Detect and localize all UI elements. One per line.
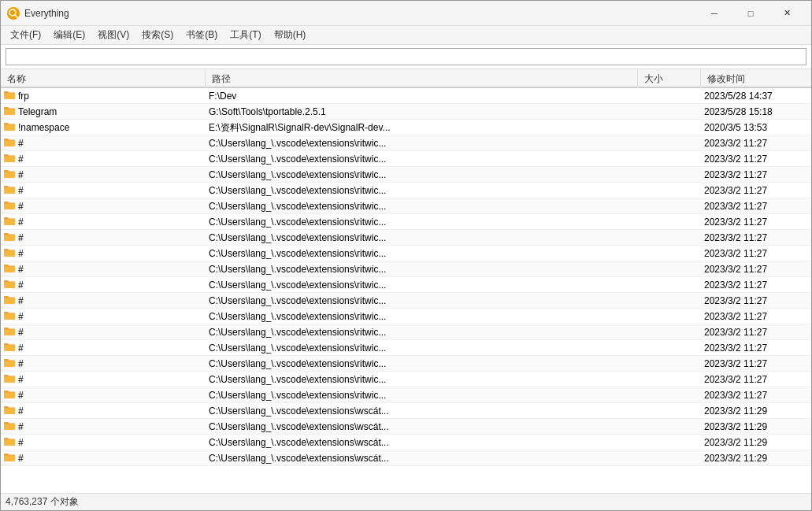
cell-size (638, 450, 701, 466)
table-row[interactable]: #C:\Users\lang_\.vscode\extensions\wscát… (1, 435, 811, 450)
cell-modified: 2023/3/2 11:27 (701, 214, 811, 230)
menu-item[interactable]: 编辑(E) (47, 27, 91, 44)
table-row[interactable]: #C:\Users\lang_\.vscode\extensions\ritwi… (1, 324, 811, 340)
table-row[interactable]: #C:\Users\lang_\.vscode\extensions\ritwi… (1, 246, 811, 261)
table-header: 名称 路径 大小 修改时间 (1, 69, 811, 88)
cell-name: # (1, 246, 206, 261)
cell-path: C:\Users\lang_\.vscode\extensions\ritwic… (206, 372, 638, 387)
table-row[interactable]: #C:\Users\lang_\.vscode\extensions\ritwi… (1, 151, 811, 167)
table-row[interactable]: #C:\Users\lang_\.vscode\extensions\ritwi… (1, 183, 811, 198)
menu-item[interactable]: 工具(T) (224, 27, 267, 44)
cell-modified: 2023/3/2 11:27 (701, 356, 811, 372)
file-name: # (18, 154, 24, 165)
table-row[interactable]: #C:\Users\lang_\.vscode\extensions\ritwi… (1, 293, 811, 309)
cell-size (638, 88, 701, 104)
cell-path: C:\Users\lang_\.vscode\extensions\ritwic… (206, 261, 638, 277)
table-row[interactable]: #C:\Users\lang_\.vscode\extensions\wscát… (1, 419, 811, 435)
col-header-size[interactable]: 大小 (638, 69, 701, 88)
cell-size (638, 277, 701, 293)
table-row[interactable]: #C:\Users\lang_\.vscode\extensions\ritwi… (1, 261, 811, 277)
cell-path: C:\Users\lang_\.vscode\extensions\ritwic… (206, 324, 638, 340)
file-name: Telegram (18, 106, 57, 117)
cell-size (638, 356, 701, 372)
cell-name: Telegram (1, 104, 206, 120)
folder-icon (4, 390, 15, 402)
file-name: # (18, 217, 24, 228)
cell-path: C:\Users\lang_\.vscode\extensions\ritwic… (206, 230, 638, 246)
file-name: # (18, 169, 24, 180)
minimize-button[interactable]: ─ (696, 1, 732, 26)
cell-size (638, 214, 701, 230)
cell-size (638, 293, 701, 309)
cell-modified: 2023/5/28 14:37 (701, 88, 811, 104)
cell-name: # (1, 372, 206, 387)
folder-icon (4, 185, 15, 197)
col-header-name[interactable]: 名称 (1, 69, 206, 88)
cell-size (638, 135, 701, 151)
table-row[interactable]: #C:\Users\lang_\.vscode\extensions\ritwi… (1, 214, 811, 230)
table-row[interactable]: #C:\Users\lang_\.vscode\extensions\ritwi… (1, 167, 811, 183)
cell-name: # (1, 324, 206, 340)
table-row[interactable]: TelegramG:\Soft\Tools\tportable.2.5.1202… (1, 104, 811, 120)
table-row[interactable]: #C:\Users\lang_\.vscode\extensions\ritwi… (1, 198, 811, 214)
table-row[interactable]: frpF:\Dev2023/5/28 14:37 (1, 88, 811, 104)
cell-size (638, 246, 701, 261)
table-row[interactable]: #C:\Users\lang_\.vscode\extensions\ritwi… (1, 340, 811, 356)
cell-size (638, 309, 701, 324)
cell-path: F:\Dev (206, 88, 638, 104)
table-row[interactable]: #C:\Users\lang_\.vscode\extensions\wscát… (1, 450, 811, 466)
table-row[interactable]: !namespaceE:\资料\SignalR\SignalR-dev\Sign… (1, 120, 811, 135)
cell-modified: 2023/3/2 11:27 (701, 324, 811, 340)
folder-icon (4, 405, 15, 417)
menu-item[interactable]: 帮助(H) (268, 27, 313, 44)
table-row[interactable]: #C:\Users\lang_\.vscode\extensions\ritwi… (1, 387, 811, 403)
cell-modified: 2023/3/2 11:27 (701, 183, 811, 198)
cell-modified: 2023/3/2 11:29 (701, 450, 811, 466)
cell-path: C:\Users\lang_\.vscode\extensions\ritwic… (206, 246, 638, 261)
cell-modified: 2023/5/28 15:18 (701, 104, 811, 120)
cell-modified: 2023/3/2 11:27 (701, 230, 811, 246)
file-name: # (18, 248, 24, 259)
col-header-modified[interactable]: 修改时间 (701, 69, 811, 88)
folder-icon (4, 154, 15, 165)
table-row[interactable]: #C:\Users\lang_\.vscode\extensions\ritwi… (1, 309, 811, 324)
col-header-path[interactable]: 路径 (206, 69, 638, 88)
file-name: # (18, 185, 24, 196)
cell-modified: 2023/3/2 11:27 (701, 151, 811, 167)
cell-path: G:\Soft\Tools\tportable.2.5.1 (206, 104, 638, 120)
file-name: # (18, 374, 24, 385)
table-row[interactable]: #C:\Users\lang_\.vscode\extensions\ritwi… (1, 372, 811, 387)
menu-item[interactable]: 书签(B) (180, 27, 224, 44)
status-bar: 4,763,237 个对象 (1, 493, 811, 510)
cell-size (638, 104, 701, 120)
cell-path: C:\Users\lang_\.vscode\extensions\ritwic… (206, 183, 638, 198)
file-name: # (18, 405, 24, 417)
cell-size (638, 340, 701, 356)
folder-icon (4, 248, 15, 260)
table-row[interactable]: #C:\Users\lang_\.vscode\extensions\ritwi… (1, 277, 811, 293)
table-row[interactable]: #C:\Users\lang_\.vscode\extensions\wscát… (1, 403, 811, 419)
folder-icon (4, 106, 15, 118)
cell-modified: 2023/3/2 11:29 (701, 419, 811, 435)
cell-modified: 2023/3/2 11:29 (701, 403, 811, 419)
maximize-button[interactable]: □ (732, 1, 769, 26)
cell-size (638, 230, 701, 246)
folder-icon (4, 311, 15, 323)
folder-icon (4, 138, 15, 150)
close-button[interactable]: ✕ (769, 1, 805, 26)
menu-item[interactable]: 文件(F) (4, 27, 47, 44)
menu-item[interactable]: 视图(V) (91, 27, 135, 44)
file-name: # (18, 232, 24, 243)
cell-name: # (1, 261, 206, 277)
cell-name: # (1, 309, 206, 324)
cell-name: # (1, 151, 206, 167)
cell-size (638, 419, 701, 435)
table-row[interactable]: #C:\Users\lang_\.vscode\extensions\ritwi… (1, 135, 811, 151)
folder-icon (4, 280, 15, 291)
search-input[interactable] (6, 48, 806, 65)
folder-icon (4, 122, 15, 134)
cell-name: # (1, 450, 206, 466)
menu-item[interactable]: 搜索(S) (135, 27, 180, 44)
table-row[interactable]: #C:\Users\lang_\.vscode\extensions\ritwi… (1, 230, 811, 246)
table-row[interactable]: #C:\Users\lang_\.vscode\extensions\ritwi… (1, 356, 811, 372)
